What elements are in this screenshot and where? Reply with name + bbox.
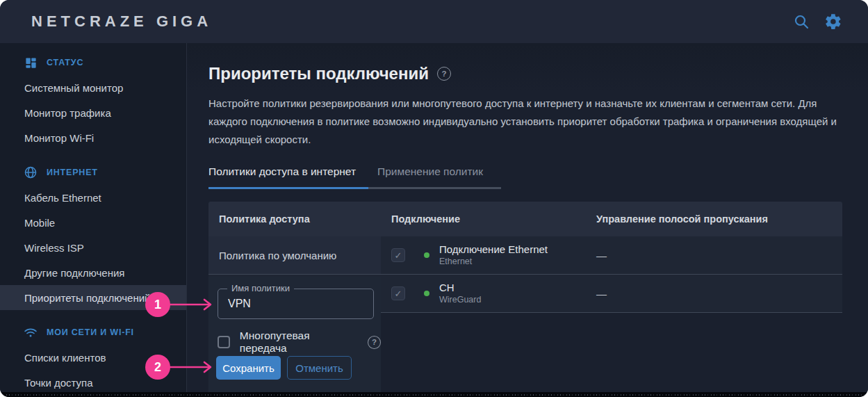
column-header-policy: Политика доступа (219, 202, 310, 236)
policy-name-cell: Политика по умолчанию (208, 236, 381, 274)
new-policy-form: Имя политики Многопутевая передача ? Сох… (208, 277, 381, 392)
sidebar-item-mobile[interactable]: Mobile (0, 210, 186, 235)
column-header-connection: Подключение (391, 202, 460, 236)
topbar: NETCRAZE GIGA (0, 0, 868, 43)
sidebar-item-system-monitor[interactable]: Системный монитор (0, 75, 186, 100)
tab-access-policies[interactable]: Политики доступа в интернет (208, 165, 368, 189)
sidebar-item-wireless-isp[interactable]: Wireless ISP (0, 235, 186, 260)
brand-logo: NETCRAZE GIGA (31, 0, 212, 43)
globe-icon (24, 165, 38, 179)
sidebar-item-ethernet-cable[interactable]: Кабель Ethernet (0, 185, 186, 210)
main-content: Приоритеты подключений ? Настройте полит… (186, 43, 868, 392)
sidebar-item-wifi-monitor[interactable]: Монитор Wi-Fi (0, 125, 186, 150)
app-window: NETCRAZE GIGA СТАТУС Системный монитор М… (0, 0, 868, 397)
tab-policy-application[interactable]: Применение политик (368, 165, 501, 189)
gear-icon[interactable] (824, 12, 843, 31)
sidebar: СТАТУС Системный монитор Монитор трафика… (0, 43, 187, 392)
sidebar-section-my-networks: МОИ СЕТИ И WI-FI (0, 320, 186, 345)
page-title: Приоритеты подключений (208, 64, 429, 83)
page-description: Настройте политики резервирования или мн… (208, 95, 840, 149)
annotation-badge-2: 2 (145, 355, 170, 380)
sidebar-item-other-connections[interactable]: Другие подключения (0, 260, 186, 285)
annotation-badge-1: 1 (145, 292, 170, 317)
table-row: Политика по умолчанию ✓ Подключение Ethe… (208, 236, 842, 275)
dashboard-icon (24, 56, 38, 70)
sidebar-item-traffic-monitor[interactable]: Монитор трафика (0, 100, 186, 125)
wifi-icon (24, 325, 38, 339)
tab-bar: Политики доступа в интернет Применение п… (208, 165, 501, 189)
connection-type: Ethernet (439, 257, 548, 267)
connection-status-dot (424, 252, 429, 258)
multipath-checkbox[interactable] (218, 336, 230, 348)
policy-name-field: Имя политики (218, 289, 374, 319)
connection-status-dot (424, 291, 429, 296)
search-icon[interactable] (792, 12, 811, 31)
table-header: Политика доступа Подключение Управление … (208, 202, 842, 236)
annotation-step-2: 2 (145, 355, 223, 380)
connection-name: Подключение Ethernet (439, 243, 548, 255)
annotation-step-1: 1 (145, 292, 223, 317)
connection-enabled-checkbox[interactable]: ✓ (391, 286, 405, 300)
multipath-label: Многопутевая передача (240, 330, 358, 355)
sidebar-section-status: СТАТУС (0, 50, 186, 75)
sidebar-section-internet: ИНТЕРНЕТ (0, 160, 186, 185)
column-header-bandwidth: Управление полосой пропускания (596, 202, 768, 236)
connection-type: WireGuard (439, 295, 481, 305)
page-help-icon[interactable]: ? (437, 67, 451, 81)
bandwidth-value: — (596, 236, 607, 274)
multipath-help-icon[interactable]: ? (368, 336, 381, 349)
policy-name-input[interactable] (218, 289, 373, 318)
screenshot-artifact-strip (0, 392, 868, 397)
connection-enabled-checkbox[interactable]: ✓ (391, 248, 405, 262)
connection-name: CH (439, 282, 481, 293)
cancel-button[interactable]: Отменить (287, 356, 352, 380)
save-button[interactable]: Сохранить (216, 356, 281, 380)
bandwidth-value: — (596, 275, 607, 312)
